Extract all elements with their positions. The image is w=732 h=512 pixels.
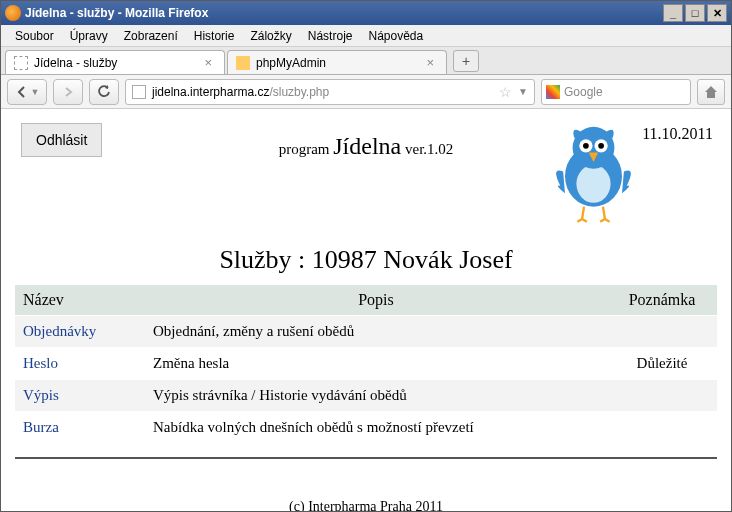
tab-jidelna[interactable]: Jídelna - služby × — [5, 50, 225, 74]
menu-zalozky[interactable]: Záložky — [242, 27, 299, 45]
tab-label: Jídelna - služby — [34, 56, 117, 70]
tab-bar: Jídelna - služby × phpMyAdmin × + — [1, 47, 731, 75]
table-row: Výpis Výpis strávníka / Historie vydáván… — [15, 380, 717, 412]
url-bar[interactable]: jidelna.interpharma.cz/sluzby.php ☆ ▼ — [125, 79, 535, 105]
reload-icon — [97, 85, 111, 99]
url-dropdown-icon[interactable]: ▼ — [518, 86, 528, 97]
arrow-right-icon — [62, 86, 74, 98]
cell-note — [607, 412, 717, 444]
search-bar[interactable]: Google — [541, 79, 691, 105]
svg-point-6 — [598, 143, 604, 149]
table-row: Heslo Změna hesla Důležité — [15, 348, 717, 380]
cell-desc: Změna hesla — [145, 348, 607, 380]
bookmark-star-icon[interactable]: ☆ — [499, 84, 512, 100]
page-heading: Služby : 10987 Novák Josef — [15, 245, 717, 275]
program-version: ver.1.02 — [401, 141, 453, 157]
tab-phpmyadmin[interactable]: phpMyAdmin × — [227, 50, 447, 74]
footer-text: (c) Interpharma Praha 2011 — [15, 499, 717, 512]
table-row: Burza Nabídka volných dnešních obědů s m… — [15, 412, 717, 444]
logout-button[interactable]: Odhlásit — [21, 123, 102, 157]
table-row: Objednávky Objednání, změny a rušení obě… — [15, 316, 717, 348]
google-icon — [546, 85, 560, 99]
close-button[interactable]: ✕ — [707, 4, 727, 22]
bird-mascot-icon — [546, 119, 641, 224]
page-content: Odhlásit program Jídelna ver.1.02 11.10.… — [1, 109, 731, 512]
arrow-left-icon — [15, 85, 29, 99]
separator — [15, 457, 717, 459]
cell-note — [607, 380, 717, 412]
link-vypis[interactable]: Výpis — [23, 387, 59, 403]
th-desc: Popis — [145, 285, 607, 316]
tab-label: phpMyAdmin — [256, 56, 326, 70]
cell-desc: Výpis strávníka / Historie vydávání oběd… — [145, 380, 607, 412]
svg-point-4 — [583, 143, 589, 149]
url-path: /sluzby.php — [269, 85, 329, 99]
cell-desc: Nabídka volných dnešních obědů s možnost… — [145, 412, 607, 444]
home-icon — [703, 84, 719, 100]
menu-bar: Soubor Úpravy Zobrazení Historie Záložky… — [1, 25, 731, 47]
menu-soubor[interactable]: Soubor — [7, 27, 62, 45]
services-table: Název Popis Poznámka Objednávky Objednán… — [15, 285, 717, 443]
forward-button[interactable] — [53, 79, 83, 105]
maximize-button[interactable]: □ — [685, 4, 705, 22]
cell-note: Důležité — [607, 348, 717, 380]
program-prefix: program — [279, 141, 334, 157]
link-objednavky[interactable]: Objednávky — [23, 323, 96, 339]
svg-point-1 — [576, 165, 610, 203]
link-burza[interactable]: Burza — [23, 419, 59, 435]
link-heslo[interactable]: Heslo — [23, 355, 58, 371]
site-identity-icon[interactable] — [132, 85, 146, 99]
firefox-icon — [5, 5, 21, 21]
tab-favicon — [14, 56, 28, 70]
tab-favicon-pma — [236, 56, 250, 70]
home-button[interactable] — [697, 79, 725, 105]
cell-desc: Objednání, změny a rušení obědů — [145, 316, 607, 348]
tab-close-icon[interactable]: × — [422, 55, 438, 70]
cell-note — [607, 316, 717, 348]
th-note: Poznámka — [607, 285, 717, 316]
menu-historie[interactable]: Historie — [186, 27, 243, 45]
menu-zobrazeni[interactable]: Zobrazení — [116, 27, 186, 45]
th-name: Název — [15, 285, 145, 316]
menu-upravy[interactable]: Úpravy — [62, 27, 116, 45]
tab-close-icon[interactable]: × — [200, 55, 216, 70]
minimize-button[interactable]: _ — [663, 4, 683, 22]
menu-nastroje[interactable]: Nástroje — [300, 27, 361, 45]
reload-button[interactable] — [89, 79, 119, 105]
window-titlebar: Jídelna - služby - Mozilla Firefox _ □ ✕ — [1, 1, 731, 25]
program-name: Jídelna — [333, 133, 401, 159]
nav-toolbar: ▼ jidelna.interpharma.cz/sluzby.php ☆ ▼ … — [1, 75, 731, 109]
window-title: Jídelna - služby - Mozilla Firefox — [25, 6, 663, 20]
table-header-row: Název Popis Poznámka — [15, 285, 717, 316]
search-placeholder: Google — [564, 85, 603, 99]
menu-napoveda[interactable]: Nápověda — [360, 27, 431, 45]
current-date: 11.10.2011 — [642, 125, 713, 143]
back-button[interactable]: ▼ — [7, 79, 47, 105]
url-host: jidelna.interpharma.cz — [152, 85, 269, 99]
new-tab-button[interactable]: + — [453, 50, 479, 72]
